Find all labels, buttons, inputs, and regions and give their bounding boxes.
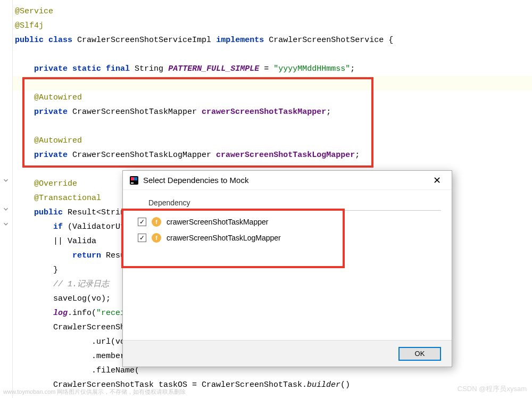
keyword-class: class (48, 36, 72, 45)
collapse-icon[interactable] (2, 220, 10, 228)
dialog-body: Dependency ✓ f crawerScreenShotTaskMappe… (123, 190, 452, 252)
annotation-service: @Service (15, 7, 53, 16)
ok-button[interactable]: OK (398, 347, 441, 361)
collapse-icon[interactable] (2, 177, 10, 184)
annotation-override: @Override (34, 179, 77, 188)
field-icon: f (152, 217, 161, 227)
checkbox[interactable]: ✓ (138, 218, 146, 226)
dialog-titlebar: Select Dependencies to Mock ✕ (123, 171, 452, 190)
keyword-public: public (15, 36, 44, 45)
svg-rect-3 (131, 183, 134, 184)
keyword-implements: implements (216, 36, 264, 45)
editor-gutter (0, 0, 13, 398)
annotation-autowired: @Autowired (34, 93, 82, 102)
field-icon: f (152, 233, 161, 243)
task-log-mapper-field: crawerScreenShotTaskLogMapper (216, 151, 355, 160)
dependency-column-header: Dependency (134, 196, 441, 211)
watermark-right: CSDN @程序员xysam (458, 384, 527, 394)
svg-rect-2 (134, 177, 137, 180)
dialog-title: Select Dependencies to Mock (143, 176, 248, 185)
annotation-slf4j: @Slf4j (15, 21, 44, 30)
dependency-label: crawerScreenShotTaskMapper (167, 218, 268, 226)
watermark-left: www.toymoban.com 网络图片仅供展示，不存储，如有侵权请联系删除 (3, 388, 186, 396)
dependency-row[interactable]: ✓ f crawerScreenShotTaskMapper (134, 214, 441, 230)
dependency-label: crawerScreenShotTaskLogMapper (167, 234, 281, 242)
task-mapper-field: crawerScreenShotTaskMapper (202, 107, 326, 117)
checkbox[interactable]: ✓ (138, 234, 146, 242)
svg-rect-1 (131, 177, 134, 180)
class-name: CrawlerScreenShotServiceImpl (77, 36, 211, 45)
collapse-icon[interactable] (2, 205, 10, 213)
comment: // 1.记录日志 (53, 280, 109, 289)
pattern-field: PATTERN_FULL_SIMPLE (168, 64, 259, 73)
annotation-autowired: @Autowired (34, 136, 82, 145)
select-dependencies-dialog: Select Dependencies to Mock ✕ Dependency… (122, 170, 452, 367)
annotation-transactional: @Transactional (34, 194, 101, 203)
dependency-row[interactable]: ✓ f crawerScreenShotTaskLogMapper (134, 230, 441, 246)
intellij-icon (129, 176, 139, 185)
dialog-footer: OK (123, 340, 452, 367)
interface-name: CrawlerScreenShotService { (269, 36, 393, 45)
close-icon[interactable]: ✕ (428, 172, 445, 189)
